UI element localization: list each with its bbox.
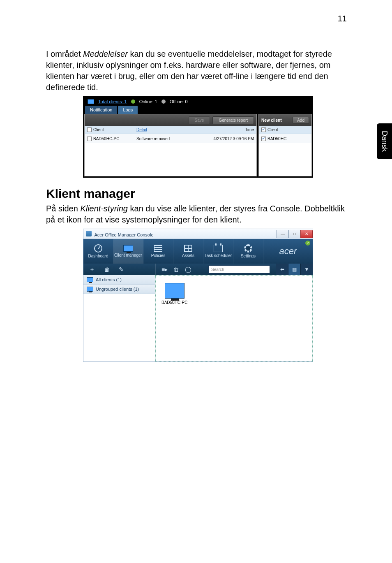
nav-policies[interactable]: Policies xyxy=(143,239,173,264)
edit-icon[interactable]: ✎ xyxy=(119,266,124,273)
client-grid: BAD50HC-PC xyxy=(155,275,313,361)
tab-logs[interactable]: Logs xyxy=(118,106,138,114)
client-grid-item[interactable]: BAD50HC-PC xyxy=(161,283,187,305)
nav-dashboard-label: Dashboard xyxy=(88,254,108,258)
checkbox-checked-icon[interactable] xyxy=(261,137,266,141)
checkbox-checked-icon[interactable] xyxy=(261,127,266,132)
window-title: Acer Office Manager Console xyxy=(94,232,153,237)
cell-time: 4/27/2012 3:09:16 PM xyxy=(205,137,254,141)
sidebar: All clients (1) Ungrouped clients (1) xyxy=(83,275,155,361)
app-icon xyxy=(86,231,92,236)
right-col-client[interactable]: Client xyxy=(261,127,278,132)
save-button: Save xyxy=(189,116,210,124)
assets-icon xyxy=(184,245,192,252)
help-icon[interactable]: ? xyxy=(305,241,310,246)
client-thumbnail-icon xyxy=(165,283,184,299)
text-run: I området xyxy=(46,49,83,58)
page-content: I området Meddelelser kan du se eventuel… xyxy=(46,49,350,362)
minimize-button[interactable]: — xyxy=(277,230,289,238)
toolbar: Save Generate report xyxy=(85,114,256,126)
status-dot-offline-icon xyxy=(161,100,166,104)
sidebar-item-label: Ungrouped clients (1) xyxy=(96,287,139,292)
client-manager-icon xyxy=(123,245,133,252)
intro-paragraph: I området Meddelelser kan du se eventuel… xyxy=(46,49,350,93)
page-number: 11 xyxy=(338,14,347,23)
sidebar-item-label: All clients (1) xyxy=(96,277,122,282)
client-manager-paragraph: På siden Klient-styring kan du vise alle… xyxy=(46,203,350,225)
new-client-panel: New client Add Client BAD50HC xyxy=(258,114,312,176)
maximize-button[interactable]: □ xyxy=(288,230,301,238)
panel-header: Total clients: 1 Online: 1 Offline: 0 xyxy=(84,97,312,106)
nav-client-manager[interactable]: Client manager xyxy=(113,239,143,264)
online-count-label: Online: 1 xyxy=(139,99,157,104)
list-icon[interactable]: ≡▸ xyxy=(161,266,168,273)
sub-toolbar-right: ≡▸ 🗑 ◯ Search ⬅ ▦ ▼ xyxy=(155,264,313,275)
dashboard-icon xyxy=(94,244,102,253)
refresh-icon[interactable]: ◯ xyxy=(185,266,191,273)
sidebar-item-all-clients[interactable]: All clients (1) xyxy=(83,275,155,285)
panel-body: Save Generate report Client Detail Time … xyxy=(84,114,312,176)
nav-settings[interactable]: Settings xyxy=(233,239,263,264)
col-time[interactable]: Time xyxy=(205,127,254,132)
new-client-toolbar: New client Add xyxy=(259,114,311,126)
text-run-italic: Meddelelser xyxy=(83,49,128,58)
view-toggle: ⬅ ▦ ▼ xyxy=(276,264,313,275)
back-view-button[interactable]: ⬅ xyxy=(276,264,288,275)
screenshot-notification-panel: Total clients: 1 Online: 1 Offline: 0 No… xyxy=(83,96,313,178)
offline-count-label: Offline: 0 xyxy=(170,99,188,104)
monitor-icon xyxy=(88,99,94,104)
right-cell-client: BAD50HC xyxy=(261,137,286,141)
right-empty-area xyxy=(259,143,311,176)
sub-toolbar-left: ＋ 🗑 ✎ xyxy=(83,264,155,275)
checkbox-icon[interactable] xyxy=(87,127,92,132)
screenshot-client-manager-window: Acer Office Manager Console — □ ✕ Dashbo… xyxy=(83,229,313,362)
sidebar-item-ungrouped[interactable]: Ungrouped clients (1) xyxy=(83,285,155,294)
sub-toolbar: ＋ 🗑 ✎ ≡▸ 🗑 ◯ Search ⬅ ▦ ▼ xyxy=(83,264,313,275)
monitor-icon xyxy=(87,277,93,282)
client-manager-body: All clients (1) Ungrouped clients (1) BA… xyxy=(83,275,313,361)
right-table-row[interactable]: BAD50HC xyxy=(259,134,311,143)
add-button[interactable]: Add xyxy=(293,117,309,124)
col-client[interactable]: Client xyxy=(87,127,136,132)
table-header-row: Client Detail Time xyxy=(85,126,256,134)
nav-policies-label: Policies xyxy=(151,253,165,258)
text-run: På siden xyxy=(46,204,80,213)
trash-icon[interactable]: 🗑 xyxy=(173,266,179,273)
right-header-row: Client xyxy=(259,126,311,134)
cell-detail: Software removed xyxy=(136,137,205,141)
brand-text: acer xyxy=(279,246,297,257)
new-client-title: New client xyxy=(261,118,281,123)
checkbox-icon[interactable] xyxy=(87,137,92,141)
dropdown-view-button[interactable]: ▼ xyxy=(300,264,313,275)
cell-client-text: BAD50HC-PC xyxy=(93,137,119,141)
generate-report-button[interactable]: Generate report xyxy=(212,116,254,124)
nav-settings-label: Settings xyxy=(241,254,256,258)
window-titlebar: Acer Office Manager Console — □ ✕ xyxy=(83,229,313,239)
delete-icon[interactable]: 🗑 xyxy=(104,266,110,273)
detail-sort-link[interactable]: Detail xyxy=(136,127,147,132)
client-grid-item-label: BAD50HC-PC xyxy=(161,300,187,305)
policies-icon xyxy=(154,245,162,252)
close-button[interactable]: ✕ xyxy=(300,230,313,238)
table-row[interactable]: BAD50HC-PC Software removed 4/27/2012 3:… xyxy=(85,134,256,143)
search-input[interactable]: Search xyxy=(208,265,270,273)
tab-notification[interactable]: Notification xyxy=(85,106,117,114)
nav-task-scheduler-label: Task scheduler xyxy=(205,253,232,258)
language-tab: Dansk xyxy=(377,123,392,159)
nav-client-manager-label: Client manager xyxy=(114,253,142,257)
notifications-table: Save Generate report Client Detail Time … xyxy=(84,114,257,176)
nav-assets[interactable]: Assets xyxy=(173,239,203,264)
nav-dashboard[interactable]: Dashboard xyxy=(83,239,113,264)
window-buttons: — □ ✕ xyxy=(277,230,313,238)
right-col-client-label: Client xyxy=(267,127,278,132)
brand-logo: acer ? xyxy=(263,239,313,264)
settings-icon xyxy=(244,244,252,253)
add-icon[interactable]: ＋ xyxy=(89,266,95,273)
table-empty-area xyxy=(85,143,256,176)
grid-view-button[interactable]: ▦ xyxy=(288,264,300,275)
col-detail[interactable]: Detail xyxy=(136,127,205,132)
total-clients-link[interactable]: Total clients: 1 xyxy=(98,99,127,104)
main-nav: Dashboard Client manager Policies Assets… xyxy=(83,239,313,264)
nav-task-scheduler[interactable]: Task scheduler xyxy=(203,239,233,264)
status-dot-online-icon xyxy=(131,100,135,104)
